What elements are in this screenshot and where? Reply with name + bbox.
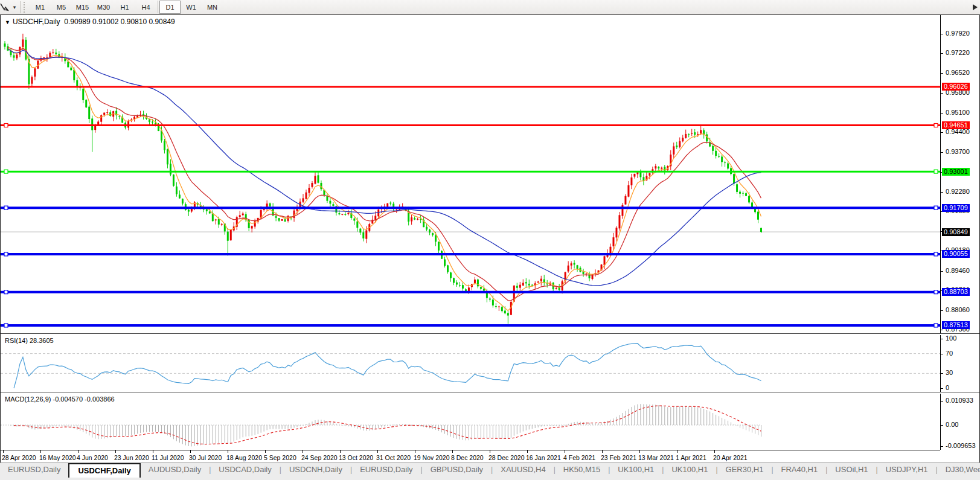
hline-handle[interactable] <box>934 252 938 256</box>
candle <box>251 226 253 228</box>
candle <box>49 53 51 57</box>
candle <box>170 164 171 174</box>
timeframe-button-m1[interactable]: M1 <box>30 1 51 14</box>
macd-panel[interactable] <box>1 394 940 450</box>
date-tick <box>3 450 4 453</box>
timeframe-button-m15[interactable]: M15 <box>72 1 93 14</box>
tab-fra40-h1[interactable]: FRA40,H1 <box>773 463 826 476</box>
hline-handle[interactable] <box>4 252 8 256</box>
macd-axis[interactable]: 0.0109330.00-0.009653 <box>940 394 979 450</box>
hline-handle[interactable] <box>4 170 8 173</box>
candle <box>633 174 635 177</box>
tab-hk50-m15[interactable]: HK50,M15 <box>556 463 608 476</box>
candle <box>718 156 720 157</box>
price-tick-label: 0.96520 <box>946 69 970 76</box>
tab-uk100-h1[interactable]: UK100,H1 <box>664 463 716 476</box>
tab-usdchf-daily[interactable]: USDCHF,Daily <box>68 463 140 478</box>
candle <box>742 193 744 194</box>
candle <box>489 299 491 300</box>
timeframe-button-m5[interactable]: M5 <box>51 1 72 14</box>
date-label: 28 Apr 2020 <box>2 454 36 461</box>
candle <box>655 166 656 168</box>
candle <box>586 274 588 274</box>
horizontal-lines-layer <box>1 87 940 327</box>
candle <box>649 173 650 176</box>
timeframe-button-mn[interactable]: MN <box>202 1 223 14</box>
axis-tick <box>941 53 943 54</box>
tab-gbpusd-daily[interactable]: GBPUSD,Daily <box>423 463 491 476</box>
hline-handle[interactable] <box>934 124 938 127</box>
rsi-axis[interactable]: 10070300 <box>940 335 979 392</box>
tab-usoil-h1[interactable]: USOil,H1 <box>827 463 876 476</box>
hline-handle[interactable] <box>4 206 8 210</box>
hline-handle[interactable] <box>934 206 938 210</box>
tab-dj30-weekly[interactable]: DJ30,Weekly <box>938 463 980 476</box>
date-tick <box>78 450 78 453</box>
chart-tool-caret-icon[interactable]: ▾ <box>10 4 19 10</box>
hline-price-tag: 0.94651 <box>942 121 970 129</box>
chart-collapse-icon[interactable]: ▼ <box>5 19 10 25</box>
candle <box>209 211 211 213</box>
date-tick <box>303 450 303 453</box>
rsi-tick-label: 70 <box>946 350 953 357</box>
price-axis[interactable]: 0.979200.972200.965200.958000.951000.944… <box>940 15 979 333</box>
timeframe-button-d1[interactable]: D1 <box>159 1 181 14</box>
timeframe-button-m30[interactable]: M30 <box>93 1 114 14</box>
tab-uk100-h1[interactable]: UK100,H1 <box>610 463 662 476</box>
axis-tick <box>941 373 943 374</box>
date-tick <box>677 450 677 453</box>
candle <box>483 289 485 291</box>
candle <box>450 272 452 278</box>
toolbar-separator <box>158 1 158 13</box>
hline-handle[interactable] <box>934 324 938 327</box>
price-tick-label: 0.88060 <box>946 306 970 313</box>
candle <box>281 219 283 221</box>
candle <box>682 138 684 141</box>
candle <box>82 89 84 100</box>
toolbar-overflow-icon[interactable] <box>973 4 978 10</box>
candle <box>221 224 223 225</box>
axis-tick <box>941 132 943 133</box>
timeframe-button-w1[interactable]: W1 <box>181 1 202 14</box>
hline-handle[interactable] <box>4 124 8 127</box>
candle <box>724 162 726 163</box>
rsi-tick-label: 30 <box>946 369 953 376</box>
tab-xauusd-h4[interactable]: XAUUSD,H4 <box>493 463 553 476</box>
hline-handle[interactable] <box>4 324 8 327</box>
candle <box>167 149 168 164</box>
hline-handle[interactable] <box>934 170 938 173</box>
tab-usdjpy-h1[interactable]: USDJPY,H1 <box>878 463 936 476</box>
candle <box>344 214 346 215</box>
candle <box>308 188 310 193</box>
hline-handle[interactable] <box>934 290 938 294</box>
tab-audusd-daily[interactable]: AUDUSD,Daily <box>141 463 209 476</box>
candle <box>284 219 286 222</box>
tab-eurusd-daily[interactable]: EURUSD,Daily <box>0 463 68 476</box>
main-price-chart[interactable] <box>1 15 940 333</box>
candle <box>377 210 379 216</box>
chart-tool-icon[interactable] <box>0 2 10 13</box>
tab-usdcnh-daily[interactable]: USDCNH,Daily <box>281 463 350 476</box>
candle <box>480 287 482 289</box>
candle <box>43 57 45 58</box>
hline-handle[interactable] <box>4 290 8 294</box>
candle <box>106 112 108 113</box>
date-axis[interactable]: 28 Apr 202016 May 20204 Jun 202023 Jun 2… <box>1 450 940 463</box>
axis-tick <box>941 330 943 330</box>
candle <box>389 203 391 203</box>
candle <box>528 284 530 286</box>
tab-eurusd-daily[interactable]: EURUSD,Daily <box>352 463 420 476</box>
date-label: 8 Dec 2020 <box>451 454 484 461</box>
candle <box>218 219 220 225</box>
candle <box>630 178 632 185</box>
toolbar-grip[interactable] <box>24 2 28 13</box>
tab-usdcad-daily[interactable]: USDCAD,Daily <box>211 463 279 476</box>
candle <box>604 256 606 265</box>
tab-ger30-h1[interactable]: GER30,H1 <box>718 463 772 476</box>
candle <box>275 216 277 218</box>
rsi-panel[interactable] <box>1 335 940 392</box>
candle <box>85 100 87 107</box>
date-tick <box>228 450 228 453</box>
timeframe-button-h4[interactable]: H4 <box>135 1 156 14</box>
timeframe-button-h1[interactable]: H1 <box>114 1 135 14</box>
